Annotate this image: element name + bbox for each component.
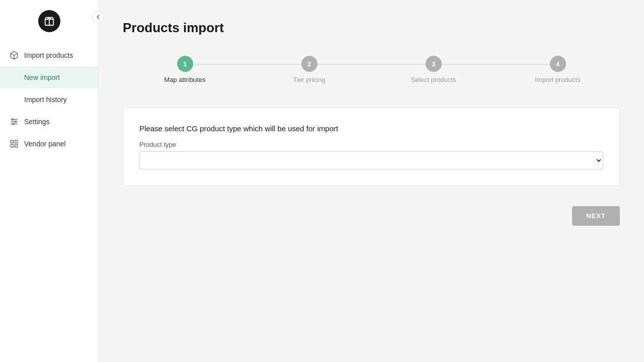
step-1: 1 Map attributes — [123, 56, 247, 83]
form-footer: NEXT — [123, 206, 620, 226]
svg-point-5 — [12, 119, 14, 120]
product-type-label: Product type — [139, 141, 603, 148]
sidebar-item-settings[interactable]: Settings — [0, 111, 98, 133]
step-3-circle: 3 — [426, 56, 442, 72]
svg-point-6 — [15, 121, 17, 123]
sidebar-item-new-import[interactable]: New import — [0, 66, 98, 88]
sidebar-item-import-history[interactable]: Import history — [0, 88, 98, 111]
sidebar-item-label: Vendor panel — [24, 140, 66, 148]
svg-rect-9 — [15, 140, 18, 143]
step-1-label: Map attributes — [164, 76, 205, 83]
sidebar-item-label: Import products — [24, 51, 73, 59]
step-2-circle: 2 — [301, 56, 317, 72]
product-type-select[interactable] — [139, 151, 603, 169]
step-2: 2 Tier pricing — [247, 56, 371, 83]
step-3-label: Select products — [411, 76, 456, 83]
sidebar-nav: Import products New import Import histor… — [0, 40, 98, 155]
sidebar: Import products New import Import histor… — [0, 0, 99, 362]
sidebar-item-import-products[interactable]: Import products — [0, 44, 98, 66]
grid-icon — [9, 139, 19, 149]
app-logo-icon — [38, 10, 60, 32]
form-section: Please select CG product type which will… — [123, 108, 620, 186]
sidebar-item-vendor-panel[interactable]: Vendor panel — [0, 133, 98, 155]
main-content: Products import 1 Map attributes 2 Tier … — [99, 0, 644, 362]
svg-rect-11 — [15, 145, 18, 147]
svg-point-7 — [13, 123, 14, 125]
step-4-circle: 4 — [550, 56, 566, 72]
page-title: Products import — [123, 20, 620, 36]
sidebar-logo — [0, 0, 98, 40]
step-3: 3 Select products — [371, 56, 496, 83]
step-4-label: Import products — [535, 76, 580, 83]
sidebar-item-label: Settings — [24, 118, 50, 126]
sliders-icon — [9, 117, 19, 127]
form-question: Please select CG product type which will… — [139, 124, 603, 133]
sidebar-item-label: New import — [24, 73, 60, 81]
step-2-label: Tier pricing — [293, 76, 326, 83]
history-icon — [9, 95, 19, 105]
new-import-icon — [9, 72, 19, 82]
step-1-circle: 1 — [177, 56, 193, 72]
step-4: 4 Import products — [496, 56, 620, 83]
svg-rect-8 — [11, 140, 13, 143]
sidebar-collapse-button[interactable] — [92, 11, 104, 23]
stepper: 1 Map attributes 2 Tier pricing 3 Select… — [123, 56, 620, 83]
sidebar-item-label: Import history — [24, 96, 67, 104]
box-icon — [9, 50, 19, 60]
next-button[interactable]: NEXT — [572, 206, 620, 226]
svg-rect-10 — [11, 145, 13, 147]
